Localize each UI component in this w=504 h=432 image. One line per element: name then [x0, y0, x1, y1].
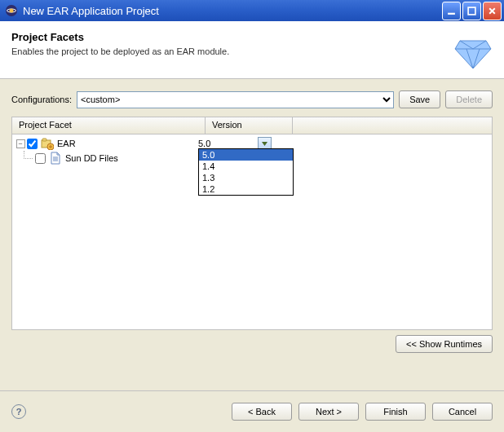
facet-checkbox-ear[interactable]: [27, 139, 38, 149]
document-icon: [49, 152, 62, 165]
wizard-footer: ? < Back Next > Finish Cancel: [0, 390, 504, 432]
finish-button[interactable]: Finish: [365, 403, 426, 421]
facet-label: EAR: [57, 139, 76, 148]
svg-marker-9: [262, 142, 267, 146]
version-option[interactable]: 1.3: [199, 172, 293, 183]
page-subtitle: Enables the project to be deployed as an…: [11, 46, 453, 56]
page-title: Project Facets: [11, 31, 453, 43]
configurations-dropdown[interactable]: <custom>: [77, 91, 394, 108]
titlebar: New EAR Application Project: [0, 0, 504, 21]
minimize-button[interactable]: [442, 2, 461, 20]
help-icon[interactable]: ?: [11, 404, 26, 419]
svg-rect-3: [448, 12, 455, 14]
facet-table: Project Facet Version − EAR 5.0: [11, 117, 493, 330]
tree-toggle-icon[interactable]: −: [15, 139, 25, 148]
back-button[interactable]: < Back: [232, 403, 292, 421]
facet-version: 5.0: [198, 139, 210, 148]
maximize-button[interactable]: [462, 2, 481, 20]
column-header-facet[interactable]: Project Facet: [12, 117, 206, 134]
column-header-version[interactable]: Version: [206, 117, 293, 134]
facet-label: Sun DD Files: [65, 153, 118, 163]
next-button[interactable]: Next >: [298, 403, 359, 421]
diamond-icon: [453, 31, 493, 70]
configurations-label: Configurations:: [11, 95, 72, 104]
wizard-header: Project Facets Enables the project to be…: [0, 21, 504, 79]
ear-icon: [41, 137, 54, 150]
svg-point-2: [10, 9, 14, 13]
svg-rect-7: [42, 139, 46, 141]
close-button[interactable]: [483, 2, 502, 20]
cancel-button[interactable]: Cancel: [432, 403, 493, 421]
delete-button: Delete: [445, 90, 493, 108]
eclipse-icon: [5, 4, 18, 17]
version-option[interactable]: 5.0: [199, 149, 293, 161]
save-button[interactable]: Save: [399, 90, 440, 108]
version-option[interactable]: 1.2: [199, 183, 293, 195]
version-option[interactable]: 1.4: [199, 161, 293, 172]
facet-table-header: Project Facet Version: [12, 117, 492, 134]
show-runtimes-button[interactable]: << Show Runtimes: [396, 335, 493, 353]
version-dropdown-list[interactable]: 5.0 1.4 1.3 1.2: [198, 148, 294, 196]
facet-checkbox-sun-dd[interactable]: [35, 153, 46, 164]
svg-marker-5: [455, 41, 491, 68]
window-title: New EAR Application Project: [23, 5, 440, 17]
svg-rect-4: [468, 7, 475, 15]
